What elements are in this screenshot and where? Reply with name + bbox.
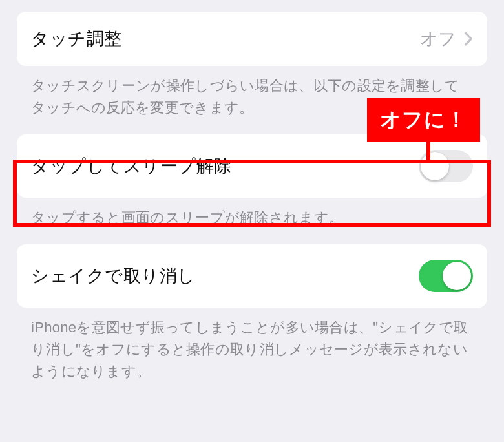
row-footer: iPhoneを意図せず振ってしまうことが多い場合は、"シェイクで取り消し"をオフ… [17, 308, 487, 398]
settings-list: タッチ調整 オフ タッチスクリーンが操作しづらい場合は、以下の設定を調整してタッ… [0, 0, 504, 399]
row-title: タップしてスリープ解除 [31, 154, 232, 178]
row-title: シェイクで取り消し [31, 264, 196, 288]
row-title: タッチ調整 [31, 27, 122, 50]
row-shake-to-undo[interactable]: シェイクで取り消し [17, 244, 487, 308]
row-right: オフ [420, 27, 473, 50]
row-value: オフ [420, 27, 456, 50]
annotation-callout-line [426, 138, 430, 160]
toggle-knob [421, 152, 449, 180]
row-footer: タップすると画面のスリープが解除されます。 [17, 198, 487, 244]
toggle-knob [443, 262, 471, 290]
annotation-callout-badge: オフに！ [367, 98, 480, 142]
row-tap-to-wake[interactable]: タップしてスリープ解除 [17, 134, 487, 198]
chevron-right-icon [464, 32, 473, 46]
toggle-shake-to-undo[interactable] [419, 260, 473, 292]
row-touch-accommodations[interactable]: タッチ調整 オフ [17, 12, 487, 66]
